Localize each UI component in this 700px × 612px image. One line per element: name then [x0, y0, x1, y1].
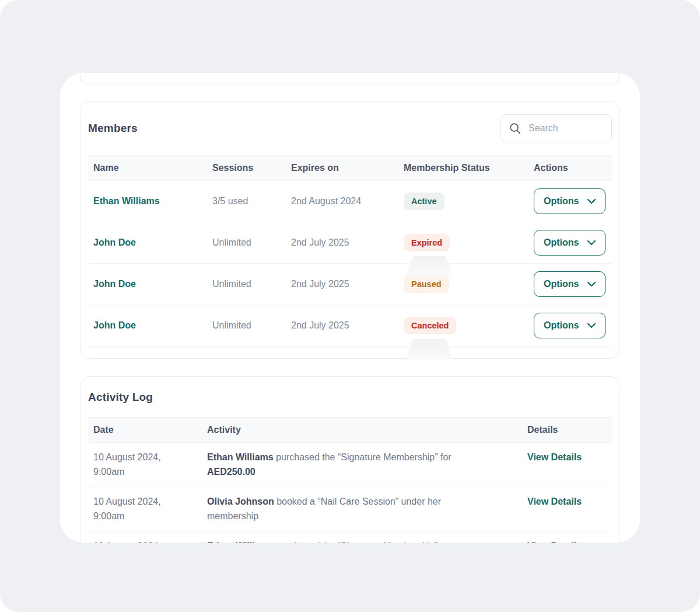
view-details-link[interactable]: View Details	[527, 496, 582, 506]
member-sessions: 3/5 used	[212, 196, 291, 207]
options-button-label: Options	[544, 237, 579, 248]
activity-log-card: Activity Log Date Activity Details 10 Au…	[80, 376, 620, 543]
activity-table-header: Date Activity Details	[88, 417, 612, 443]
content-panel: Members Name Sessions Expires on Members…	[60, 73, 640, 543]
activity-log-title: Activity Log	[88, 391, 153, 404]
activity-amount: AED250.00	[207, 467, 256, 477]
search-icon	[509, 123, 521, 134]
activity-description: Ethan Williams purchased the “Signature …	[207, 450, 527, 479]
activity-description: Olivia Johnson booked a “Nail Care Sessi…	[207, 494, 527, 523]
table-row: John Doe Unlimited 2nd July 2025 Paused …	[88, 264, 612, 305]
activity-row: 10 August 2024, 9:00am Ethan Williams pu…	[88, 443, 612, 487]
options-button[interactable]: Options	[534, 313, 606, 338]
options-button-label: Options	[544, 196, 579, 207]
member-name-link[interactable]: John Doe	[88, 279, 212, 289]
column-header-date: Date	[88, 425, 207, 435]
activity-date: 10 August 2024, 9:00am	[88, 450, 207, 479]
column-header-details: Details	[527, 425, 612, 435]
options-button[interactable]: Options	[534, 230, 606, 256]
member-status-cell: Canceled	[404, 317, 534, 334]
member-actions-cell: Options	[534, 313, 612, 338]
column-header-activity: Activity	[207, 425, 527, 435]
members-table-header: Name Sessions Expires on Membership Stat…	[88, 155, 612, 181]
member-sessions: Unlimited	[212, 237, 291, 248]
activity-log-header: Activity Log	[88, 377, 612, 417]
options-button[interactable]: Options	[534, 271, 606, 297]
member-expires: 2nd August 2024	[291, 196, 404, 207]
members-title: Members	[88, 122, 138, 135]
activity-details-cell: View Details	[527, 450, 612, 464]
chevron-down-icon	[587, 323, 596, 328]
options-button[interactable]: Options	[534, 188, 606, 214]
member-name-link[interactable]: Ethan Williams	[88, 196, 212, 207]
member-status-cell: Expired	[404, 234, 534, 251]
app-background: Members Name Sessions Expires on Members…	[0, 0, 700, 612]
activity-actor: Ethan Williams	[207, 541, 274, 543]
members-card: Members Name Sessions Expires on Members…	[80, 101, 620, 359]
member-expires: 2nd July 2025	[291, 320, 404, 331]
status-badge: Canceled	[404, 317, 456, 334]
view-details-link[interactable]: View Details	[527, 452, 582, 462]
activity-text: purchased the “Signature Membership”	[274, 541, 438, 543]
member-name-link[interactable]: John Doe	[88, 320, 212, 331]
search-box[interactable]	[501, 114, 612, 142]
status-badge: Active	[404, 193, 444, 210]
table-row: John Doe Unlimited 2nd July 2025 Expired…	[88, 222, 612, 264]
activity-details-cell: View Details	[527, 538, 612, 543]
member-actions-cell: Options	[534, 230, 612, 256]
activity-row: 10 August 2024, Ethan Williams purchased…	[88, 531, 612, 543]
activity-actor: Ethan Williams	[207, 452, 274, 462]
column-header-expires: Expires on	[291, 163, 404, 173]
chevron-down-icon	[587, 282, 596, 287]
options-button-label: Options	[544, 320, 579, 331]
options-button-label: Options	[544, 279, 579, 289]
activity-row: 10 August 2024, 9:00am Olivia Johnson bo…	[88, 487, 612, 531]
members-card-header: Members	[88, 102, 612, 155]
activity-actor: Olivia Johnson	[207, 496, 274, 506]
activity-date: 10 August 2024,	[88, 538, 207, 543]
member-sessions: Unlimited	[212, 279, 291, 289]
table-row: John Doe Unlimited 2nd July 2025 Cancele…	[88, 305, 612, 347]
partial-card-top	[80, 73, 620, 85]
column-header-actions: Actions	[534, 163, 612, 173]
member-sessions: Unlimited	[212, 320, 291, 331]
view-details-link[interactable]: View Details	[527, 541, 582, 543]
member-expires: 2nd July 2025	[291, 237, 404, 248]
member-status-cell: Active	[404, 193, 534, 210]
member-expires: 2nd July 2025	[291, 279, 404, 289]
activity-date: 10 August 2024, 9:00am	[88, 494, 207, 523]
member-actions-cell: Options	[534, 271, 612, 297]
chevron-down-icon	[587, 240, 596, 246]
status-badge: Expired	[404, 234, 450, 251]
column-header-sessions: Sessions	[212, 163, 291, 173]
table-row: Ethan Williams 3/5 used 2nd August 2024 …	[88, 181, 612, 222]
column-header-status: Membership Status	[404, 163, 534, 173]
chevron-down-icon	[587, 199, 596, 204]
member-actions-cell: Options	[534, 188, 612, 214]
member-status-cell: Paused	[404, 275, 534, 293]
activity-description: Ethan Williams purchased the “Signature …	[207, 538, 527, 543]
badge-shadow-decoration	[405, 339, 453, 361]
activity-details-cell: View Details	[527, 494, 612, 509]
column-header-name: Name	[88, 163, 212, 173]
status-badge: Paused	[404, 275, 449, 293]
member-name-link[interactable]: John Doe	[88, 237, 212, 248]
search-input[interactable]	[527, 123, 603, 134]
activity-text: purchased the “Signature Membership” for	[274, 452, 452, 462]
